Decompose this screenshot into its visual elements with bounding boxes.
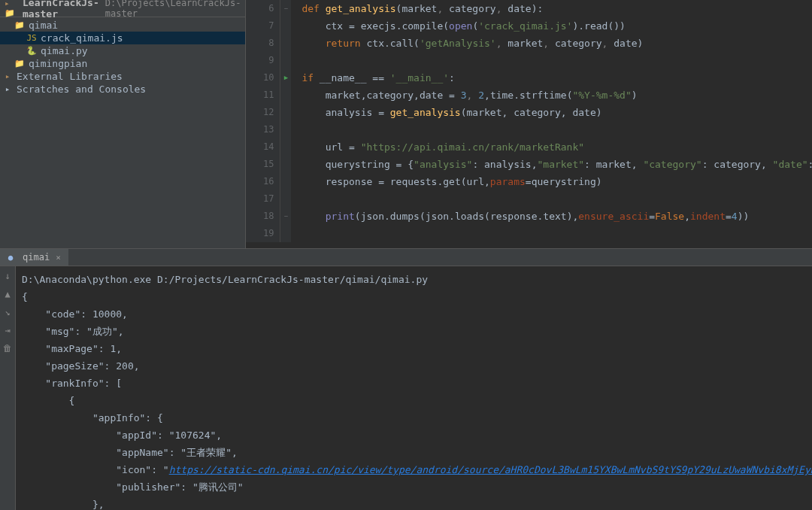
fold-gutter[interactable] (280, 173, 291, 190)
code-line[interactable]: 10▶if __name__ == '__main__': (246, 69, 812, 87)
run-command: D:\Anaconda\python.exe D:/Projects/Learn… (22, 274, 428, 285)
tree-file-crack-qimai-js[interactable]: JS crack_qimai.js (0, 32, 245, 44)
console-output[interactable]: D:\Anaconda\python.exe D:/Projects/Learn… (16, 266, 812, 510)
fold-gutter[interactable]: − (280, 0, 291, 17)
fold-gutter[interactable] (280, 225, 291, 242)
code-text: ctx = execjs.compile(open('crack_qimai.j… (291, 17, 626, 35)
line-number: 7 (246, 17, 280, 35)
run-tabs-bar: ● qimai × (0, 248, 812, 266)
tree-label: qimingpian (29, 57, 87, 70)
code-line[interactable]: 17 (246, 190, 812, 208)
fold-gutter[interactable] (280, 138, 291, 156)
soft-wrap-icon[interactable]: ↘ (5, 307, 10, 317)
line-number: 6 (246, 0, 280, 17)
code-text: return ctx.call('getAnalysis', market, c… (291, 35, 643, 52)
tree-label: Scratches and Consoles (17, 83, 146, 96)
code-line[interactable]: 19 (246, 225, 812, 242)
scroll-down-icon[interactable]: ↓ (5, 271, 10, 281)
folder-icon: 📁 (14, 20, 26, 32)
code-line[interactable]: 6−def get_analysis(market, category, dat… (246, 0, 812, 17)
run-tab-qimai[interactable]: ● qimai × (0, 249, 68, 266)
line-number: 9 (246, 52, 280, 69)
scroll-up-icon[interactable]: ▲ (5, 289, 10, 299)
tree-folder-qimai[interactable]: 📁 qimai (0, 19, 245, 32)
clear-icon[interactable]: 🗑 (3, 343, 12, 354)
icon-url-link[interactable]: https://static-cdn.qimai.cn/pic/view/typ… (169, 464, 812, 475)
code-editor[interactable]: 6−def get_analysis(market, category, dat… (246, 0, 812, 248)
code-line[interactable]: 8 return ctx.call('getAnalysis', market,… (246, 35, 812, 52)
code-text (291, 225, 301, 242)
fold-gutter[interactable] (280, 52, 291, 69)
tree-label: qimai.py (41, 44, 88, 57)
run-gutter: ↓ ▲ ↘ ⇥ 🗑 (0, 266, 16, 510)
code-text (291, 52, 301, 69)
line-number: 15 (246, 156, 280, 173)
tree-file-qimai-py[interactable]: 🐍 qimai.py (0, 44, 245, 57)
close-icon[interactable]: × (56, 253, 61, 263)
line-number: 14 (246, 138, 280, 156)
fold-gutter[interactable] (280, 35, 291, 52)
fold-gutter[interactable] (280, 156, 291, 173)
code-text: def get_analysis(market, category, date)… (291, 0, 543, 17)
python-icon: ● (5, 251, 17, 263)
code-text: market,category,date = 3, 2,time.strftim… (291, 87, 637, 104)
js-icon: JS (26, 32, 38, 44)
tree-label: qimai (29, 19, 58, 32)
line-number: 12 (246, 104, 280, 121)
code-line[interactable]: 7 ctx = execjs.compile(open('crack_qimai… (246, 17, 812, 35)
run-tab-label: qimai (23, 252, 50, 263)
line-number: 17 (246, 190, 280, 208)
code-text (291, 121, 301, 138)
line-number: 18 (246, 208, 280, 225)
code-line[interactable]: 11 market,category,date = 3, 2,time.strf… (246, 87, 812, 104)
run-console: ● qimai × ↓ ▲ ↘ ⇥ 🗑 D:\Anaconda\python.e… (0, 248, 812, 510)
code-text: print(json.dumps(json.loads(response.tex… (291, 208, 749, 225)
code-line[interactable]: 18− print(json.dumps(json.loads(response… (246, 208, 812, 225)
breadcrumb: ▸📁 LearnCrackJs-master D:\Projects\Learn… (0, 0, 245, 17)
code-text: querystring = {"analysis": analysis,"mar… (291, 156, 812, 173)
fold-gutter[interactable]: ▶ (280, 69, 291, 87)
code-text (291, 190, 301, 208)
code-line[interactable]: 15 querystring = {"analysis": analysis,"… (246, 156, 812, 173)
library-icon: ▸ (2, 71, 14, 83)
print-icon[interactable]: ⇥ (5, 325, 10, 335)
code-text: analysis = get_analysis(market, category… (291, 104, 601, 121)
code-line[interactable]: 14 url = "https://api.qimai.cn/rank/mark… (246, 138, 812, 156)
tree-folder-qimingpian[interactable]: 📁 qimingpian (0, 57, 245, 70)
code-line[interactable]: 16 response = requests.get(url,params=qu… (246, 173, 812, 190)
line-number: 10 (246, 69, 280, 87)
code-text: if __name__ == '__main__': (291, 69, 455, 87)
breadcrumb-path: D:\Projects\LearnCrackJs-master (105, 0, 241, 19)
fold-gutter[interactable] (280, 17, 291, 35)
line-number: 16 (246, 173, 280, 190)
run-gutter-icon[interactable]: ▶ (284, 69, 288, 87)
fold-gutter[interactable] (280, 121, 291, 138)
fold-gutter[interactable]: − (280, 208, 291, 225)
code-line[interactable]: 13 (246, 121, 812, 138)
project-tree: 📁 qimai JS crack_qimai.js 🐍 qimai.py 📁 q… (0, 17, 245, 248)
code-text: response = requests.get(url,params=query… (291, 173, 601, 190)
project-panel: ▸📁 LearnCrackJs-master D:\Projects\Learn… (0, 0, 246, 248)
tree-label: External Libraries (17, 70, 123, 83)
fold-gutter[interactable] (280, 190, 291, 208)
scratch-icon: ▸ (2, 83, 14, 96)
fold-gutter[interactable] (280, 104, 291, 121)
code-line[interactable]: 12 analysis = get_analysis(market, categ… (246, 104, 812, 121)
line-number: 11 (246, 87, 280, 104)
line-number: 13 (246, 121, 280, 138)
folder-icon: ▸📁 (5, 2, 15, 14)
line-number: 8 (246, 35, 280, 52)
line-number: 19 (246, 225, 280, 242)
code-line[interactable]: 9 (246, 52, 812, 69)
code-text: url = "https://api.qimai.cn/rank/marketR… (291, 138, 584, 156)
tree-label: crack_qimai.js (41, 32, 123, 44)
python-icon: 🐍 (26, 45, 38, 57)
tree-scratches[interactable]: ▸ Scratches and Consoles (0, 83, 245, 96)
fold-gutter[interactable] (280, 87, 291, 104)
tree-external-libraries[interactable]: ▸ External Libraries (0, 70, 245, 83)
folder-icon: 📁 (14, 58, 26, 70)
